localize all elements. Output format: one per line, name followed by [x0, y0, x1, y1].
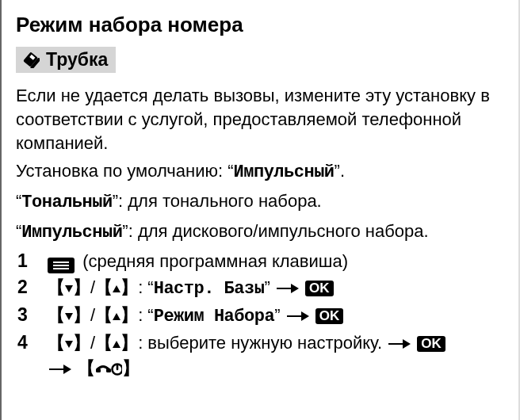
svg-marker-4	[291, 284, 299, 293]
ok-badge: OK	[305, 281, 334, 296]
down-key: 【】	[48, 333, 90, 353]
step-2: 2 【】/【】: “Настр. Базы” OK	[17, 275, 507, 302]
steps-list: 1 (средняя программная клавиша) 2 【】/【】:…	[16, 249, 507, 380]
step-number: 3	[17, 303, 33, 327]
step-text: (средняя программная клавиша)	[82, 251, 348, 271]
step-text: выберите нужную настройку.	[147, 333, 382, 353]
tone-mode-line: “Тональный”: для тонального набора.	[16, 189, 503, 215]
step-number: 4	[17, 330, 33, 355]
up-arrow-icon	[113, 313, 120, 320]
up-key: 【】	[95, 333, 138, 353]
step-1: 1 (средняя программная клавиша)	[17, 249, 507, 274]
up-key: 【】	[95, 277, 138, 297]
subheader-bar: Трубка	[16, 47, 116, 73]
up-arrow-icon	[113, 285, 120, 292]
tone-label: Тональный	[21, 193, 112, 212]
arrow-right-icon	[287, 311, 309, 322]
step-4: 4 【】/【】: выберите нужную настройку. OK 【…	[17, 330, 507, 381]
pulse-desc: : для дискового/импульсного набора.	[128, 221, 429, 241]
handset-icon	[21, 52, 41, 69]
pulse-mode-line: “Импульсный”: для дискового/импульсного …	[16, 220, 503, 245]
default-value: Импульсный	[234, 162, 335, 182]
default-prefix: Установка по умолчанию: “	[16, 161, 234, 181]
svg-marker-6	[301, 311, 309, 321]
step-3: 3 【】/【】: “Режим Набора” OK	[17, 303, 507, 330]
down-key: 【】	[48, 305, 90, 325]
svg-rect-12	[106, 368, 111, 372]
hangup-icon	[95, 361, 122, 377]
down-key: 【】	[48, 277, 90, 297]
pulse-label: Импульсный	[21, 223, 122, 242]
arrow-right-icon	[388, 338, 411, 349]
up-key: 【】	[95, 305, 138, 325]
ok-badge: OK	[417, 336, 445, 352]
hangup-key: 【】	[78, 358, 140, 378]
svg-rect-11	[96, 368, 101, 372]
menu-key-icon	[48, 258, 75, 273]
menu-label: Настр. Базы	[154, 279, 265, 299]
down-arrow-icon	[65, 285, 73, 292]
down-arrow-icon	[65, 341, 73, 348]
ok-badge: OK	[315, 308, 344, 324]
arrow-right-icon	[49, 364, 71, 375]
down-arrow-icon	[65, 313, 73, 320]
menu-label: Режим Набора	[154, 307, 274, 326]
step-number: 1	[17, 249, 33, 273]
svg-marker-8	[403, 339, 411, 349]
tone-desc: : для тонального набора.	[118, 191, 322, 211]
step-number: 2	[17, 275, 33, 300]
section-title: Режим набора номера	[16, 11, 507, 39]
default-suffix: ”.	[335, 161, 345, 181]
up-arrow-icon	[113, 341, 120, 348]
subheader-label: Трубка	[46, 48, 108, 72]
default-setting-line: Установка по умолчанию: “Импульсный”.	[16, 159, 503, 185]
description-text: Если не удается делать вызовы, измените …	[16, 84, 503, 155]
svg-marker-10	[63, 365, 71, 374]
arrow-right-icon	[277, 283, 299, 294]
